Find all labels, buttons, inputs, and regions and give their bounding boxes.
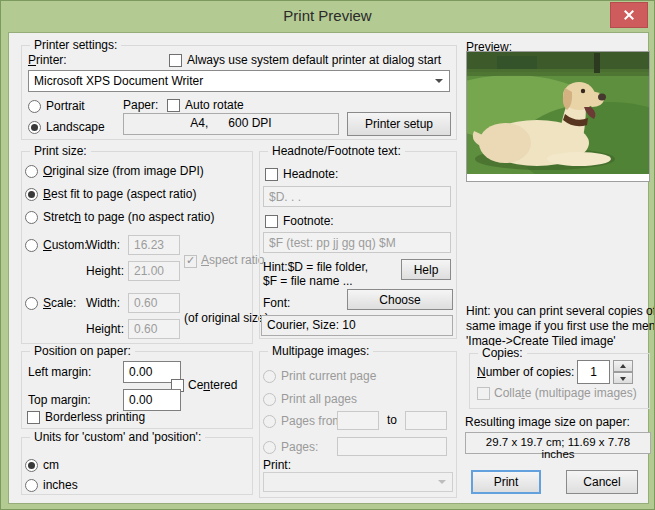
paper-info-field: A4, 600 DPI — [123, 113, 339, 135]
printer-settings-title: Printer settings: — [30, 38, 121, 52]
copies-hint-line1: Hint: you can print several copies of — [466, 304, 655, 318]
pages-from-label: Pages from: — [281, 414, 346, 428]
spinner-up-button[interactable] — [613, 360, 633, 372]
print-current-page-label: Print current page — [281, 369, 376, 383]
best-fit-label[interactable]: Best fit to page (aspect ratio) — [43, 187, 196, 201]
print-current-page-radio — [263, 370, 276, 383]
stretch-radio[interactable] — [25, 211, 38, 224]
auto-rotate-checkbox[interactable] — [167, 99, 180, 112]
print-all-pages-radio — [263, 393, 276, 406]
print-all-pages-label: Print all pages — [281, 392, 357, 406]
always-default-label[interactable]: Always use system default printer at dia… — [187, 53, 441, 67]
copies-hint-line2: same image if you first use the menu: — [466, 319, 655, 333]
aspect-ratio-checkbox — [184, 255, 197, 268]
custom-radio[interactable] — [25, 239, 38, 252]
scale-width-label: Width: — [86, 296, 120, 310]
result-size-field: 29.7 x 19.7 cm; 11.69 x 7.78 inches — [465, 432, 651, 454]
landscape-label[interactable]: Landscape — [46, 120, 105, 134]
scale-label[interactable]: Scale: — [43, 296, 76, 310]
headfoot-hint-line1: Hint:$D = file folder, — [263, 260, 368, 274]
pages-from-input — [337, 411, 379, 430]
top-margin-input[interactable] — [123, 389, 181, 411]
footnote-label[interactable]: Footnote: — [283, 214, 334, 228]
number-of-copies-input[interactable] — [577, 360, 610, 384]
pages-to-input — [405, 411, 447, 430]
cm-label[interactable]: cm — [43, 458, 59, 472]
headnote-label[interactable]: Headnote: — [283, 167, 338, 181]
best-fit-radio[interactable] — [25, 188, 38, 201]
landscape-radio[interactable] — [28, 121, 41, 134]
dialog-title: Print Preview — [1, 1, 654, 32]
portrait-label[interactable]: Portrait — [46, 99, 85, 113]
printer-select-value: Microsoft XPS Document Writer — [34, 74, 203, 88]
of-original-label: (of original size) — [184, 311, 269, 325]
preview-page — [466, 51, 650, 182]
multipage-print-select — [263, 472, 453, 492]
stretch-label[interactable]: Stretch to page (no aspect ratio) — [43, 210, 214, 224]
top-margin-label: Top margin: — [28, 393, 91, 407]
left-margin-label: Left margin: — [28, 365, 91, 379]
borderless-checkbox[interactable] — [27, 411, 40, 424]
multipage-print-label: Print: — [263, 458, 291, 472]
units-title: Units for 'custom' and 'position': — [30, 430, 205, 444]
headfoot-hint-line2: $F = file name ... — [263, 274, 353, 288]
headfoot-title: Headnote/Footnote text: — [268, 144, 405, 158]
pages-list-radio — [263, 441, 276, 454]
aspect-ratio-label: Aspect ratio — [201, 253, 264, 267]
headnote-checkbox[interactable] — [265, 168, 278, 181]
printer-setup-button[interactable]: Printer setup — [347, 112, 451, 136]
printer-select[interactable]: Microsoft XPS Document Writer — [28, 70, 450, 92]
spinner-down-button[interactable] — [613, 372, 633, 384]
scale-height-input — [128, 319, 180, 339]
close-icon — [623, 9, 635, 21]
headnote-input — [263, 186, 451, 207]
inches-label[interactable]: inches — [43, 478, 78, 492]
custom-width-label: Width: — [86, 238, 120, 252]
spinner-down-icon — [620, 377, 626, 381]
font-label: Font: — [263, 296, 290, 310]
scale-radio[interactable] — [25, 297, 38, 310]
footnote-checkbox[interactable] — [265, 215, 278, 228]
font-info-field: Courier, Size: 10 — [261, 315, 453, 336]
close-button[interactable] — [610, 2, 648, 28]
print-size-title: Print size: — [30, 144, 91, 158]
help-button[interactable]: Help — [401, 259, 451, 280]
cancel-button[interactable]: Cancel — [566, 470, 638, 494]
result-size-label: Resulting image size on paper: — [465, 415, 630, 429]
printer-label: Printer: — [28, 53, 67, 67]
custom-height-label: Height: — [86, 264, 124, 278]
print-button[interactable]: Print — [471, 470, 541, 494]
position-title: Position on paper: — [30, 344, 135, 358]
always-default-checkbox[interactable] — [169, 54, 182, 67]
pages-to-label: to — [387, 413, 397, 427]
custom-height-input — [128, 261, 180, 281]
pages-from-radio — [263, 415, 276, 428]
original-size-label[interactable]: Original size (from image DPI) — [43, 164, 204, 178]
auto-rotate-label[interactable]: Auto rotate — [185, 98, 244, 112]
collate-label: Collate (multipage images) — [494, 386, 637, 400]
centered-label[interactable]: Centered — [188, 378, 237, 392]
spinner-up-icon — [620, 364, 626, 368]
original-size-radio[interactable] — [25, 165, 38, 178]
collate-checkbox — [477, 387, 490, 400]
portrait-radio[interactable] — [28, 100, 41, 113]
cm-radio[interactable] — [25, 459, 38, 472]
chevron-down-icon — [435, 79, 443, 83]
custom-label[interactable]: Custom: — [43, 238, 88, 252]
scale-width-input — [128, 293, 180, 313]
custom-width-input — [128, 235, 180, 255]
copies-title: Copies: — [478, 346, 527, 360]
copies-spinner — [613, 360, 633, 384]
scale-height-label: Height: — [86, 322, 124, 336]
pages-list-label: Pages: — [281, 440, 318, 454]
multipage-title: Multipage images: — [268, 344, 373, 358]
inches-radio[interactable] — [25, 479, 38, 492]
choose-font-button[interactable]: Choose — [347, 289, 453, 310]
paper-label: Paper: — [123, 98, 158, 112]
number-of-copies-label: Number of copies: — [477, 365, 574, 379]
borderless-label[interactable]: Borderless printing — [45, 410, 145, 424]
chevron-down-icon — [438, 480, 446, 484]
print-preview-dialog: Print Preview Printer settings: Printer:… — [0, 0, 655, 510]
pages-list-input — [337, 437, 447, 456]
preview-image — [467, 52, 649, 174]
